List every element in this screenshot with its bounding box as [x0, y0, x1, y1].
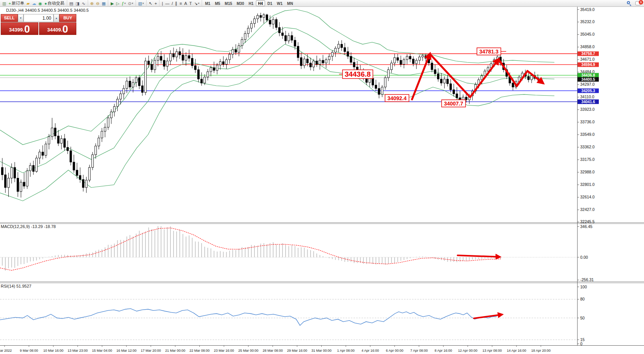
fibonacci-icon: ≡ [180, 0, 182, 6]
timeframe-button-m1[interactable]: M1 [203, 0, 213, 6]
text-icon[interactable]: A [183, 0, 188, 6]
chevron-down-icon[interactable]: ▾ [198, 2, 199, 5]
trend-arrow[interactable] [412, 54, 430, 99]
date-axis-label: 6 Apr 00:00 [386, 349, 403, 352]
strategy-tester-icon: ▶ [110, 0, 114, 6]
date-axis-label: 13 Apr 08:00 [482, 349, 502, 352]
signal-icon[interactable]: ◉ [37, 0, 43, 6]
tile-windows-icon: ▦ [102, 0, 106, 6]
date-axis-label: 15 Mar 04:00 [92, 349, 112, 352]
fibonacci-icon[interactable]: ≡ [178, 0, 183, 6]
svg-text:32801.0: 32801.0 [580, 182, 595, 187]
timeframe-button-m5[interactable]: M5 [213, 0, 223, 6]
strategy-tester-icon[interactable]: ▶ [109, 0, 115, 6]
buy-button[interactable]: BUY [59, 14, 76, 22]
svg-text:34297.0: 34297.0 [580, 82, 595, 87]
trendline-icon[interactable]: / [170, 0, 174, 6]
chevron-down-icon[interactable]: ▾ [125, 2, 126, 5]
schedule-icon: ⊙ [128, 0, 131, 6]
svg-text:33923.0: 33923.0 [580, 107, 595, 112]
trend-arrow[interactable] [458, 255, 500, 257]
svg-text:33736.0: 33736.0 [580, 120, 595, 124]
bar-chart-icon: ▤ [69, 0, 73, 6]
chevron-down-icon[interactable]: ▾ [132, 2, 133, 5]
new-order-button[interactable]: +新订单 [7, 0, 25, 6]
price-annotation-label[interactable]: 34092.4 [385, 94, 409, 102]
date-axis-label: 29 Mar 16:00 [287, 349, 307, 352]
shapes-icon: ↘ [194, 0, 197, 6]
timeframe-button-m15[interactable]: M15 [223, 0, 234, 6]
svg-text:-256.31: -256.31 [580, 277, 594, 282]
community-cloud-icon: ☁ [32, 0, 36, 6]
notification-badge: 1 [639, 0, 643, 5]
cursor-icon[interactable]: ↖ [148, 0, 153, 6]
new-indicator-icon[interactable]: ƒ▾ [120, 0, 127, 6]
buy-price-pips: 0 [62, 25, 68, 34]
timeframe-button-h1[interactable]: H1 [246, 0, 256, 6]
crosshair-icon: + [155, 0, 157, 6]
timeframe-button-h4[interactable]: H4 [256, 0, 265, 6]
axis-price-badge: 34594.9 [578, 62, 599, 67]
axis-price-badge: 34041.6 [578, 99, 599, 104]
gold-icon[interactable]: ▰ [25, 0, 31, 6]
search-icon[interactable] [627, 1, 631, 6]
timeframe-button-w1[interactable]: W1 [275, 0, 285, 6]
autotrade-button[interactable]: ●自动交易 [43, 0, 66, 6]
zoom-out-icon[interactable]: ⊖ [95, 0, 101, 6]
svg-text:35232.0: 35232.0 [580, 19, 595, 24]
svg-text:34041.6: 34041.6 [581, 100, 595, 104]
price-annotation-label[interactable]: 34436.8 [339, 70, 373, 79]
macd-histogram [2, 226, 500, 271]
new-indicator-icon: ƒ [122, 0, 124, 6]
zoom-in-icon: ⊕ [90, 0, 94, 6]
timeframe-button-mn[interactable]: MN [285, 0, 295, 6]
tile-windows-icon[interactable]: ▦ [101, 0, 107, 6]
axis-price-badge: 34205.3 [578, 88, 599, 93]
candle-chart-icon[interactable]: ◨ [74, 0, 80, 6]
sell-price-box[interactable]: 34399.0 [1, 22, 38, 35]
bar-chart-icon[interactable]: ▤ [68, 0, 74, 6]
open-chart-icon[interactable]: ▥ [1, 0, 7, 6]
svg-text:34781.3: 34781.3 [479, 49, 499, 55]
svg-text:346.45: 346.45 [580, 224, 592, 229]
svg-text:35419.0: 35419.0 [580, 7, 595, 12]
svg-text:50: 50 [580, 316, 585, 320]
trend-arrow[interactable] [499, 59, 543, 86]
svg-text:34110.0: 34110.0 [580, 94, 594, 99]
vertical-line-icon: | [162, 0, 163, 6]
chat-icon[interactable]: 1 [635, 1, 641, 5]
sell-button[interactable]: SELL [1, 14, 18, 22]
svg-text:34858.0: 34858.0 [580, 44, 595, 49]
chevron-down-icon[interactable]: ▾ [142, 2, 144, 5]
schedule-icon[interactable]: ⊙▾ [127, 0, 134, 6]
price-annotation-label[interactable]: 34007.7 [442, 100, 466, 107]
step-forward-icon[interactable]: ▷ [115, 0, 120, 6]
label-icon[interactable]: T [188, 0, 193, 6]
chart-canvas[interactable]: 34781.334436.834092.434007.735419.035232… [0, 7, 644, 354]
volume-decrease-button[interactable]: ▼ [18, 14, 24, 22]
trendline-icon: / [172, 0, 173, 6]
horizontal-line-icon[interactable]: — [164, 0, 170, 6]
toolbar-group: ↖+ [147, 0, 160, 7]
vertical-line-icon[interactable]: | [161, 0, 164, 6]
line-chart-icon[interactable]: ∿ [80, 0, 86, 6]
date-axis-label: 7 Apr 08:00 [410, 349, 428, 352]
step-forward-icon: ▷ [116, 0, 119, 6]
community-cloud-icon[interactable]: ☁ [31, 0, 37, 6]
axis-price-badge: 34758.7 [578, 52, 599, 56]
text-icon: A [184, 0, 187, 6]
volume-increase-button[interactable]: ▲ [54, 14, 59, 22]
volume-input[interactable] [24, 14, 54, 22]
timeframe-button-m30[interactable]: M30 [234, 0, 246, 6]
template-icon[interactable]: ▧▾ [137, 0, 145, 6]
toolbar-icon-groups: ▥+新订单▰☁◉●自动交易▤◨∿⊕⊖▦▶▷ƒ▾⊙▾▧▾↖+|—/∥≡AT↘▾ [0, 0, 202, 7]
crosshair-icon[interactable]: + [153, 0, 158, 6]
buy-price-box[interactable]: 34409.0 [39, 22, 77, 35]
svg-text:34092.4: 34092.4 [387, 95, 407, 101]
timeframe-button-d1[interactable]: D1 [265, 0, 275, 6]
shapes-icon[interactable]: ↘▾ [193, 0, 200, 6]
svg-text:0: 0 [580, 341, 582, 346]
zoom-in-icon[interactable]: ⊕ [89, 0, 95, 6]
svg-text:34758.7: 34758.7 [581, 52, 595, 56]
channel-icon[interactable]: ∥ [174, 0, 178, 6]
